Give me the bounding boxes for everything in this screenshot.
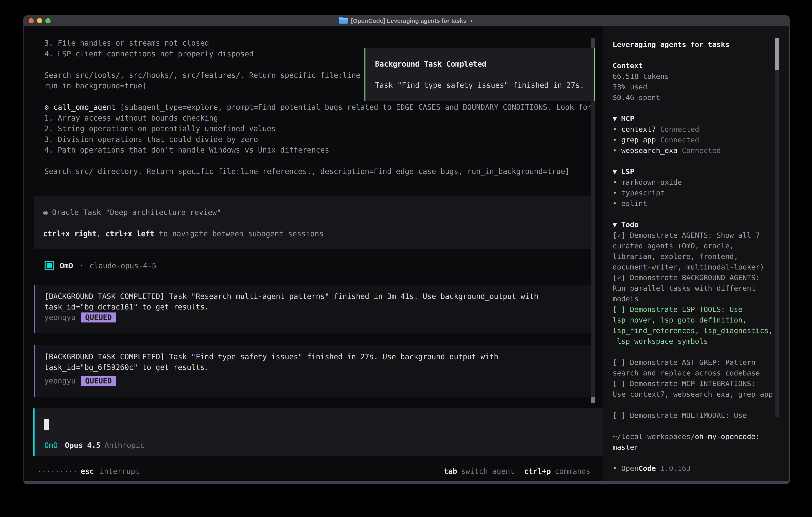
- text-line: [ ] Demonstrate LSP TOOLS: Use: [613, 304, 743, 315]
- agent-model: claude-opus-4-5: [89, 262, 156, 270]
- status-left: ········· esc interrupt: [37, 467, 140, 475]
- text-line: • typescript: [613, 188, 665, 198]
- toast-title: Background Task Completed: [375, 59, 486, 70]
- background-task-block: [BACKGROUND TASK COMPLETED] Task "Resear…: [34, 285, 593, 333]
- toast-body: Task "Find type safety issues" finished …: [375, 80, 584, 90]
- text-line: 4. Path operations that don't handle Win…: [45, 145, 329, 155]
- text-line: Use context7, websearch_exa, grep_app: [613, 389, 773, 400]
- half-moon-icon: ◐: [470, 17, 474, 24]
- folder-icon: [339, 18, 348, 24]
- text-line: ~/local-workspaces/oh-my-opencode:: [613, 431, 760, 442]
- window-edge-right: [789, 26, 790, 484]
- prompt-input[interactable]: OmO Opus 4.5 Anthropic: [33, 408, 605, 456]
- text-line: document-writer, multimodal-looker): [613, 262, 764, 272]
- sidebar-scrollbar[interactable]: [775, 38, 779, 417]
- text-line: [ ] Demonstrate MULTIMODAL: Use: [613, 410, 747, 420]
- text-line: [ ] Demonstrate MCP INTEGRATIONS:: [613, 378, 755, 389]
- text-line: Search src/tools/, src/hooks/, src/featu…: [45, 70, 360, 81]
- task-block-line: [BACKGROUND TASK COMPLETED] Task "Resear…: [45, 291, 539, 302]
- text-line: 2. String operations on potentially unde…: [45, 124, 276, 134]
- text-line: [✓] Demonstrate BACKGROUND AGENTS:: [613, 272, 760, 283]
- separator-dot: ·: [79, 262, 84, 270]
- status-badge: QUEUED: [81, 376, 116, 386]
- text-line: lsp_workspace_symbols: [613, 336, 708, 347]
- text-cursor: [45, 419, 49, 430]
- task-block-line: task_id="bg_dcfac161" to get results.: [45, 302, 209, 312]
- tab-key-label: switch agent: [461, 467, 515, 475]
- ctrlp-key-label: commands: [555, 467, 590, 475]
- task-block-footer: yeongyuQUEUED: [45, 312, 116, 323]
- text-line: ▼ Todo: [613, 219, 639, 230]
- text-line: 33% used: [613, 82, 647, 92]
- close-button[interactable]: [29, 18, 34, 23]
- input-model: Opus 4.5: [65, 441, 100, 450]
- ctrlp-key-hint: ctrl+p: [524, 467, 551, 475]
- status-right: tab switch agent ctrl+p commands: [444, 467, 590, 475]
- desktop: [OpenCode] Leveraging agents for tasks ◐…: [0, 0, 812, 517]
- sidebar: Leveraging agents for tasksContext66,518…: [603, 26, 790, 484]
- main-scrollbar-thumb[interactable]: [590, 397, 595, 403]
- text-line: ctrl+x right, ctrl+x left to navigate be…: [43, 228, 323, 239]
- spinner-dots: ·········: [37, 467, 77, 475]
- status-badge: QUEUED: [81, 312, 116, 323]
- text-line: run_in_background=true]: [45, 81, 147, 91]
- input-agent-row: OmO Opus 4.5 Anthropic: [45, 440, 145, 451]
- titlebar: [OpenCode] Leveraging agents for tasks ◐: [23, 15, 790, 27]
- window-controls: [29, 15, 51, 26]
- agent-name: OmO: [60, 262, 73, 270]
- text-line: models: [613, 294, 639, 304]
- text-line: Leveraging agents for tasks: [613, 39, 729, 50]
- text-line: 3. File handles or streams not closed: [45, 38, 209, 48]
- text-line: • websearch_exa Connected: [613, 145, 721, 156]
- sidebar-scrollbar-thumb[interactable]: [775, 38, 779, 70]
- tab-key-hint: tab: [444, 467, 457, 475]
- text-line: [✓] Demonstrate AGENTS: Show all 7: [613, 230, 760, 241]
- window-title: [OpenCode] Leveraging agents for tasks ◐: [339, 17, 474, 24]
- agent-session-header: OmO · claude-opus-4-5: [45, 259, 156, 273]
- text-line: • markdown-oxide: [613, 177, 682, 188]
- terminal-content: 3. File handles or streams not closed4. …: [23, 26, 790, 484]
- text-line: 4. LSP client connections not properly d…: [45, 49, 254, 59]
- text-line: master: [613, 442, 639, 453]
- text-line: librarian, explore, frontend,: [613, 251, 738, 262]
- main-scrollbar-cap: [590, 38, 595, 49]
- text-line: search and replace across codebase: [613, 368, 760, 378]
- agent-icon: [45, 261, 54, 270]
- text-line: Search src/ directory. Return specific f…: [45, 166, 570, 177]
- task-block-line: [BACKGROUND TASK COMPLETED] Task "Find t…: [45, 351, 498, 362]
- input-agent-name: OmO: [45, 441, 58, 450]
- text-line: lsp_hover, lsp_goto_definition,: [613, 315, 747, 325]
- text-line: • grep_app Connected: [613, 135, 699, 145]
- text-line: 3. Division operations that could divide…: [45, 134, 258, 145]
- text-line: ▼ MCP: [613, 113, 634, 124]
- window-edge-left: [23, 26, 24, 484]
- task-user: yeongyu: [45, 377, 76, 385]
- status-bar: ········· esc interrupt tab switch agent…: [37, 466, 590, 477]
- app-window: [OpenCode] Leveraging agents for tasks ◐…: [23, 15, 790, 484]
- task-block-line: task_id="bg_6f59260c" to get results.: [45, 362, 209, 373]
- esc-key-label: interrupt: [99, 467, 140, 475]
- background-task-block: [BACKGROUND TASK COMPLETED] Task "Find t…: [34, 345, 593, 397]
- text-line: Run parallel tasks with different: [613, 283, 755, 294]
- text-line: Context: [613, 60, 643, 71]
- text-line: lsp_find_references, lsp_diagnostics,: [613, 325, 773, 336]
- window-edge-bottom: [23, 481, 790, 484]
- window-title-text: [OpenCode] Leveraging agents for tasks: [351, 18, 466, 24]
- text-line: 1. Array access without bounds checking: [45, 113, 218, 124]
- text-line: ▼ LSP: [613, 166, 634, 177]
- text-line: ⚙ call_omo_agent [subagent_type=explore,…: [45, 102, 592, 113]
- text-line: [ ] Demonstrate AST-GREP: Pattern: [613, 357, 755, 368]
- text-line: • OpenCode 1.0.163: [613, 463, 691, 473]
- task-block-footer: yeongyuQUEUED: [45, 376, 116, 386]
- text-line: • context7 Connected: [613, 124, 699, 135]
- minimize-button[interactable]: [37, 18, 42, 23]
- task-user: yeongyu: [45, 313, 76, 322]
- text-line: ◉ Oracle Task "Deep architecture review": [43, 207, 221, 218]
- zoom-button[interactable]: [46, 18, 51, 23]
- text-line: curated agents (OmO, oracle,: [613, 241, 734, 251]
- text-line: 66,518 tokens: [613, 71, 669, 82]
- text-line: • eslint: [613, 198, 647, 209]
- oracle-task-block: ◉ Oracle Task "Deep architecture review"…: [34, 196, 594, 249]
- notification-toast[interactable]: Background Task Completed Task "Find typ…: [365, 48, 595, 101]
- esc-key-hint: esc: [81, 467, 94, 475]
